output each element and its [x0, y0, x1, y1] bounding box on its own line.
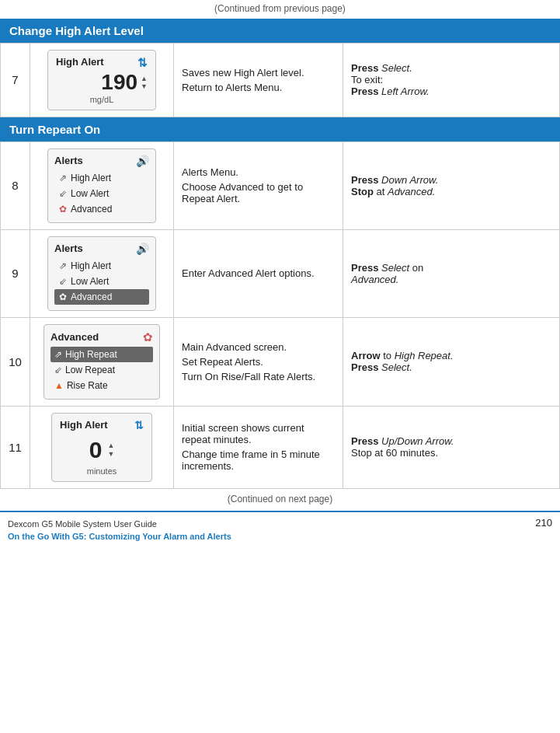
high-alert-minutes-screen: High Alert ⇅ 0 ▲ ▼ minutes: [51, 413, 152, 482]
desc-line: Enter Advanced Alert options.: [182, 267, 335, 279]
screen-title: High Alert ⇅: [60, 419, 144, 431]
action-text: Press Select. To exit: Press Left Arrow.: [351, 62, 551, 97]
list-item-label: Low Alert: [71, 188, 109, 199]
list-item: ⇗ High Alert: [54, 258, 149, 274]
list-item-label: Low Repeat: [65, 365, 115, 375]
screen-title: High Alert ⇅: [56, 56, 148, 68]
high-alert-icon: ⇗: [59, 260, 67, 271]
desc-line: Main Advanced screen.: [182, 341, 335, 353]
speaker-icon: 🔊: [136, 243, 149, 255]
table-row: 11 High Alert ⇅ 0 ▲ ▼ minutes: [1, 406, 560, 488]
screen-stepper: ▲ ▼: [141, 75, 148, 92]
alerts-menu-screen: Alerts 🔊 ⇗ High Alert ⇙ Low Alert: [47, 148, 156, 223]
alerts-menu-advanced-screen: Alerts 🔊 ⇗ High Alert ⇙ Low Alert: [47, 236, 156, 311]
high-repeat-icon: ⇗: [54, 349, 62, 360]
section-header-change-high-alert: Change High Alert Level: [0, 19, 560, 43]
footer-bar: Dexcom G5 Mobile System User Guide 210: [0, 511, 560, 532]
step-number: 7: [1, 44, 30, 117]
screen-title-row: Advanced ✿: [50, 330, 153, 344]
list-item-rise-rate: ▲ Rise Rate: [50, 378, 153, 393]
screen-unit: mg/dL: [56, 95, 148, 104]
footer-guide-title: Dexcom G5 Mobile System User Guide: [8, 519, 157, 529]
description-cell: Enter Advanced Alert options.: [174, 229, 343, 317]
desc-line: Set Repeat Alerts.: [182, 356, 335, 368]
rise-rate-icon: ▲: [54, 380, 64, 391]
screen-title-row: Alerts 🔊: [54, 155, 149, 167]
action-cell: Press Down Arrow. Stop at Advanced.: [343, 141, 560, 229]
action-text: Arrow to High Repeat. Press Select.: [351, 350, 551, 373]
screen-value: 190: [101, 71, 137, 95]
action-cell: Press Up/Down Arrow. Stop at 60 minutes.: [343, 406, 560, 488]
high-alert-screen: High Alert ⇅ 190 ▲ ▼ mg/dL: [47, 50, 156, 110]
list-item-label: High Repeat: [65, 349, 117, 360]
desc-line: Change time frame in 5 minute increments…: [182, 449, 335, 472]
action-text: Press Up/Down Arrow. Stop at 60 minutes.: [351, 435, 551, 459]
bottom-continuation-note: (Continued on next page): [0, 489, 560, 508]
step-number: 9: [1, 229, 30, 317]
list-item-label: Low Alert: [71, 276, 109, 287]
screen-stepper: ▲ ▼: [107, 442, 114, 459]
screen-value-row: 0 ▲ ▼: [60, 437, 144, 463]
low-alert-icon: ⇙: [59, 188, 67, 199]
advanced-icon: ✿: [59, 204, 67, 215]
step-number: 10: [1, 317, 30, 406]
description-cell: Alerts Menu. Choose Advanced to get to R…: [174, 141, 343, 229]
device-screen-cell: Alerts 🔊 ⇗ High Alert ⇙ Low Alert: [30, 141, 174, 229]
step-number: 11: [1, 406, 30, 488]
screen-unit: minutes: [60, 466, 144, 476]
action-cell: Arrow to High Repeat. Press Select.: [343, 317, 560, 406]
table-row: 8 Alerts 🔊 ⇗ High Alert ⇙: [1, 141, 560, 229]
device-screen-cell: Advanced ✿ ⇗ High Repeat ⇙ Low Repeat: [30, 317, 174, 406]
footer-bottom: On the Go With G5: Customizing Your Alar…: [0, 532, 560, 546]
table-row: 9 Alerts 🔊 ⇗ High Alert ⇙: [1, 229, 560, 317]
screen-title-row: Alerts 🔊: [54, 243, 149, 255]
action-cell: Press Select on Advanced.: [343, 229, 560, 317]
list-item: ✿ Advanced: [54, 201, 149, 217]
section-header-turn-repeat-on: Turn Repeart On: [0, 117, 560, 141]
action-text: Press Down Arrow. Stop at Advanced.: [351, 174, 551, 197]
advanced-icon: ✿: [59, 291, 67, 302]
list-item-low-repeat: ⇙ Low Repeat: [50, 362, 153, 378]
action-cell: Press Select. To exit: Press Left Arrow.: [343, 44, 560, 117]
device-screen-cell: Alerts 🔊 ⇗ High Alert ⇙ Low Alert: [30, 229, 174, 317]
desc-line: Return to Alerts Menu.: [182, 82, 335, 93]
screen-title: Alerts: [54, 243, 83, 254]
advanced-list: ⇗ High Repeat ⇙ Low Repeat ▲ Rise Rate: [50, 347, 153, 393]
speaker-icon: 🔊: [136, 155, 149, 167]
list-item: ⇙ Low Alert: [54, 274, 149, 289]
list-item-label: Advanced: [71, 204, 112, 215]
list-item-label: High Alert: [71, 260, 111, 271]
table-row: 7 High Alert ⇅ 190 ▲ ▼ mg/dL: [1, 44, 560, 117]
list-item: ⇗ High Alert: [54, 170, 149, 186]
alerts-list: ⇗ High Alert ⇙ Low Alert ✿ Advanced: [54, 258, 149, 305]
list-item-label: Rise Rate: [67, 380, 108, 391]
description-cell: Initial screen shows current repeat minu…: [174, 406, 343, 488]
desc-line: Initial screen shows current repeat minu…: [182, 422, 335, 445]
list-item-label: Advanced: [71, 291, 112, 302]
description-cell: Saves new High Alert level. Return to Al…: [174, 44, 343, 117]
advanced-gear-icon: ✿: [143, 330, 153, 344]
low-alert-icon: ⇙: [59, 276, 67, 287]
list-item-advanced-selected: ✿ Advanced: [54, 289, 149, 305]
desc-line: Alerts Menu.: [182, 166, 335, 178]
screen-value: 0: [89, 437, 103, 463]
list-item: ⇙ Low Alert: [54, 186, 149, 201]
low-repeat-icon: ⇙: [54, 365, 62, 375]
action-text: Press Select on Advanced.: [351, 262, 551, 285]
device-screen-cell: High Alert ⇅ 0 ▲ ▼ minutes: [30, 406, 174, 488]
high-alert-icon: ⇗: [59, 173, 67, 183]
page-number: 210: [535, 517, 552, 529]
footer-chapter-label: On the Go With G5: Customizing Your Alar…: [8, 532, 231, 541]
alerts-list: ⇗ High Alert ⇙ Low Alert ✿ Advanced: [54, 170, 149, 217]
list-item-high-repeat: ⇗ High Repeat: [50, 347, 153, 362]
desc-line: Turn On Rise/Fall Rate Alerts.: [182, 371, 335, 382]
table-row: 10 Advanced ✿ ⇗ High Repeat ⇙: [1, 317, 560, 406]
screen-title: Advanced: [50, 331, 99, 343]
top-continuation-note: (Continued from previous page): [0, 0, 560, 19]
desc-line: Saves new High Alert level.: [182, 67, 335, 79]
list-item-label: High Alert: [71, 173, 111, 183]
step-number: 8: [1, 141, 30, 229]
device-screen-cell: High Alert ⇅ 190 ▲ ▼ mg/dL: [30, 44, 174, 117]
description-cell: Main Advanced screen. Set Repeat Alerts.…: [174, 317, 343, 406]
screen-title: Alerts: [54, 155, 83, 166]
